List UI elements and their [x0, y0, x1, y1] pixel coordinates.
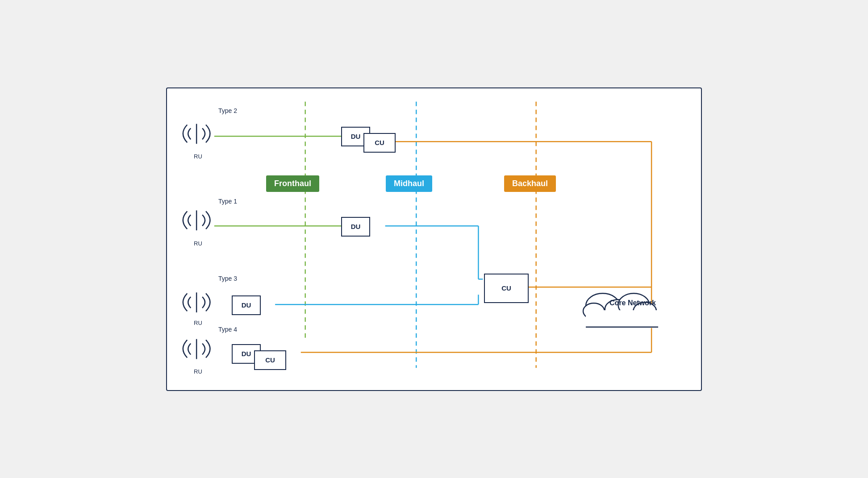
type4-ru-label: RU [194, 368, 202, 375]
backhaul-label: Backhaul [504, 175, 556, 192]
midhaul-label: Midhaul [386, 175, 432, 192]
type2-ru-label: RU [194, 153, 202, 160]
type4-label: Type 4 [218, 326, 237, 333]
svg-rect-20 [586, 310, 658, 328]
diagram-container: Type 2 Type 1 Type 3 Type 4 RU RU RU RU … [166, 87, 702, 391]
core-network-label: Core Network [590, 299, 675, 307]
type3-ru-label: RU [194, 320, 202, 326]
type2-label: Type 2 [218, 107, 237, 114]
fronthaul-label: Fronthaul [266, 175, 319, 192]
type1-du-box: DU [341, 217, 370, 237]
type2-cu-box: CU [363, 133, 396, 153]
type1-ru-label: RU [194, 240, 202, 247]
type1-label: Type 1 [218, 198, 237, 205]
type3-du-box: DU [232, 295, 261, 315]
shared-cu-box: CU [484, 274, 529, 303]
type4-cu-box: CU [254, 350, 286, 370]
type3-label: Type 3 [218, 275, 237, 282]
